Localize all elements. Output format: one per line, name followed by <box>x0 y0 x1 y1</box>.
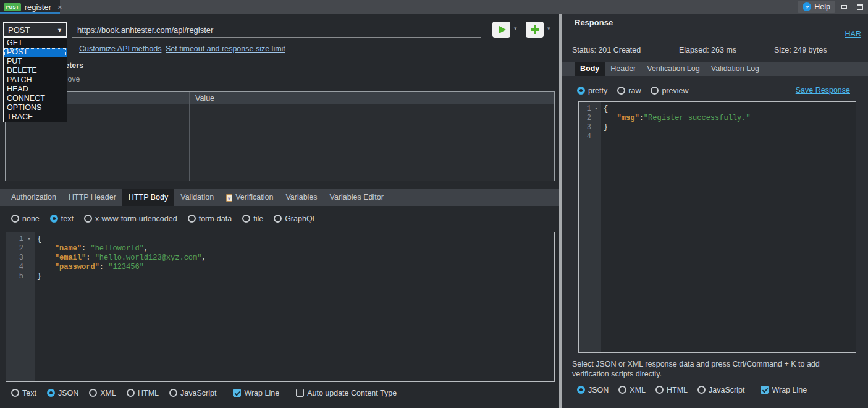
tab-label: Variables Editor <box>330 189 384 206</box>
code-line[interactable]: 3 "email": "hello.world123@xyz.com", <box>6 253 554 263</box>
code-text <box>601 132 604 142</box>
code-line[interactable]: 2 "name": "helloworld", <box>6 244 554 253</box>
radio-dot-icon <box>89 389 97 397</box>
radio-html[interactable]: HTML <box>655 386 688 394</box>
method-option-put[interactable]: PUT <box>4 57 67 66</box>
code-line[interactable]: 3} <box>579 123 856 132</box>
customize-api-methods-link[interactable]: Customize API methods <box>79 45 161 53</box>
code-line[interactable]: 1▾{ <box>6 235 554 244</box>
tab-variables[interactable]: Variables <box>279 189 323 206</box>
method-option-connect[interactable]: CONNECT <box>4 94 67 103</box>
method-option-delete[interactable]: DELETE <box>4 66 67 75</box>
tab-http-body[interactable]: HTTP Body <box>122 189 174 206</box>
code-line[interactable]: 4 <box>579 132 856 142</box>
radio-dot-icon <box>242 215 250 223</box>
response-heading: Response <box>575 18 613 27</box>
method-option-post[interactable]: POST <box>4 48 67 57</box>
har-link[interactable]: HAR <box>845 30 861 38</box>
line-number: 1 <box>6 235 23 244</box>
method-option-trace[interactable]: TRACE <box>4 113 67 122</box>
radio-javascript[interactable]: JavaScript <box>697 386 744 394</box>
radio-html[interactable]: HTML <box>127 389 159 397</box>
tab-variables-editor[interactable]: Variables Editor <box>324 189 390 206</box>
radio-dot-icon <box>697 386 706 394</box>
set-timeout-link[interactable]: Set timeout and response size limit <box>166 45 285 53</box>
radio-text[interactable]: Text <box>11 389 36 397</box>
tab-body[interactable]: Body <box>575 62 605 76</box>
radio-json[interactable]: JSON <box>47 389 78 397</box>
checkbox-wrap-line[interactable]: Wrap Line <box>761 386 807 394</box>
radio-text[interactable]: text <box>50 215 74 223</box>
tab-close-icon[interactable]: × <box>57 2 62 12</box>
radio-javascript[interactable]: JavaScript <box>169 389 216 397</box>
radio-xml[interactable]: XML <box>89 389 116 397</box>
token: "name" <box>55 244 82 253</box>
radio-label: HTML <box>138 389 159 397</box>
request-body-editor[interactable]: 1▾{2 "name": "helloworld",3 "email": "he… <box>6 232 555 382</box>
parameters-table: Value <box>5 91 555 181</box>
fold-spacer <box>23 272 35 281</box>
tab-validation[interactable]: Validation <box>174 189 220 206</box>
radio-raw[interactable]: raw <box>617 87 641 95</box>
maximize-button[interactable] <box>852 0 867 14</box>
url-input[interactable] <box>72 22 481 38</box>
tab-title: register <box>25 2 51 12</box>
minimize-button[interactable] <box>836 0 852 14</box>
tab-label: Verification Log <box>647 62 699 76</box>
code-line[interactable]: 1▾{ <box>579 104 856 114</box>
code-text: "msg":"Register successfully." <box>601 114 751 123</box>
radio-preview[interactable]: preview <box>651 87 688 95</box>
line-number: 4 <box>579 132 591 142</box>
radio-label: preview <box>662 87 688 95</box>
run-options-caret-icon[interactable]: ▾ <box>514 25 517 32</box>
help-button[interactable]: ? Help <box>798 1 835 13</box>
tab-verification-log[interactable]: Verification Log <box>641 62 705 76</box>
response-format-radio-group: JSONXMLHTMLJavaScriptWrap Line <box>577 385 807 395</box>
save-response-link[interactable]: Save Response <box>796 86 850 95</box>
checkbox-label: Wrap Line <box>772 386 807 394</box>
radio-dot-icon <box>577 87 585 95</box>
response-body-editor[interactable]: 1▾{2 "msg":"Register successfully."3}4 <box>578 101 856 353</box>
line-number: 3 <box>6 253 23 263</box>
method-option-get[interactable]: GET <box>4 38 67 48</box>
fold-caret-icon[interactable]: ▾ <box>23 235 35 244</box>
tab-header[interactable]: Header <box>605 62 641 76</box>
token <box>37 244 55 253</box>
radio-xml[interactable]: XML <box>618 386 646 394</box>
tab-authorization[interactable]: Authorization <box>5 189 62 206</box>
token: : <box>99 263 108 271</box>
radio-file[interactable]: file <box>242 215 263 223</box>
add-button[interactable] <box>526 22 544 38</box>
code-line[interactable]: 5} <box>6 272 554 281</box>
tab-verification[interactable]: gVerification <box>220 189 279 206</box>
add-options-caret-icon[interactable]: ▾ <box>547 25 550 32</box>
body-format-radio-group: TextJSONXMLHTMLJavaScriptWrap LineAuto u… <box>11 388 397 398</box>
tab-http-header[interactable]: HTTP Header <box>62 189 122 206</box>
radio-form-data[interactable]: form-data <box>188 215 232 223</box>
radio-json[interactable]: JSON <box>577 386 609 394</box>
checkbox-wrap-line[interactable]: Wrap Line <box>233 389 279 397</box>
token: { <box>37 235 41 244</box>
column-divider[interactable] <box>189 92 190 181</box>
code-line[interactable]: 4 "password": "123456" <box>6 263 554 272</box>
plus-icon <box>531 25 539 34</box>
response-status-row: Status: 201 Created Elapsed: 263 ms Size… <box>562 46 868 55</box>
checkbox-label: Auto update Content Type <box>307 389 397 397</box>
radio-graphql[interactable]: GraphQL <box>274 215 316 223</box>
code-line[interactable]: 2 "msg":"Register successfully." <box>579 114 856 123</box>
radio-label: JSON <box>58 389 78 397</box>
tab-method-badge: POST <box>4 3 21 11</box>
method-option-head[interactable]: HEAD <box>4 85 67 94</box>
tab-validation-log[interactable]: Validation Log <box>706 62 765 76</box>
method-combobox[interactable]: POST ▼ <box>3 22 67 38</box>
verification-hint-text: Select JSON or XML response data and pre… <box>572 359 856 379</box>
radio-none[interactable]: none <box>11 215 40 223</box>
method-option-patch[interactable]: PATCH <box>4 75 67 85</box>
run-button[interactable] <box>492 22 510 38</box>
radio-pretty[interactable]: pretty <box>577 87 607 95</box>
checkbox-auto-update-content-type[interactable]: Auto update Content Type <box>296 389 397 397</box>
radio-x-www-form-urlencoded[interactable]: x-www-form-urlencoded <box>84 215 177 223</box>
request-tab[interactable]: POST register × <box>0 0 60 14</box>
method-option-options[interactable]: OPTIONS <box>4 103 67 113</box>
fold-caret-icon[interactable]: ▾ <box>591 104 601 114</box>
